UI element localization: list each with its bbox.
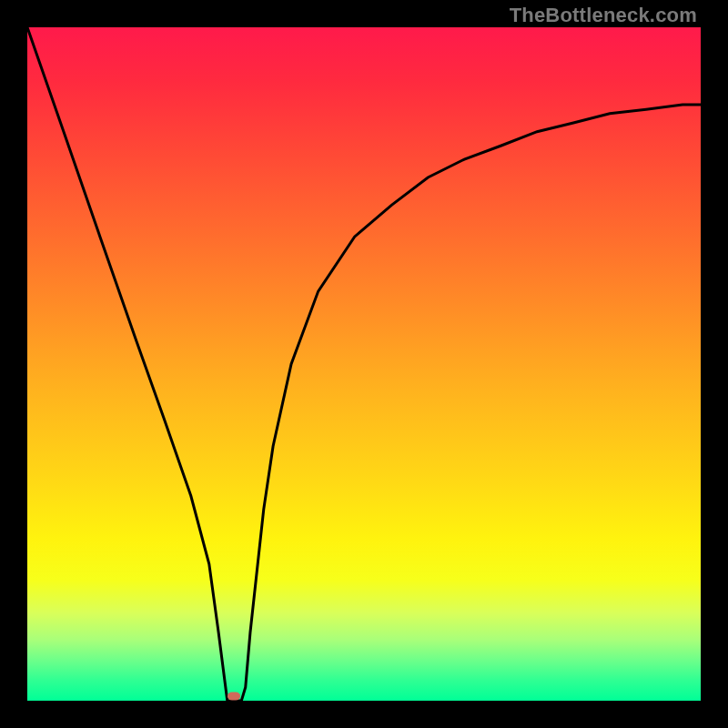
chart-frame: TheBottleneck.com (0, 0, 728, 728)
bottleneck-curve (27, 27, 701, 701)
watermark-text: TheBottleneck.com (510, 4, 697, 27)
curve-svg (27, 27, 701, 701)
plot-area (27, 27, 701, 701)
optimum-marker (228, 692, 240, 700)
